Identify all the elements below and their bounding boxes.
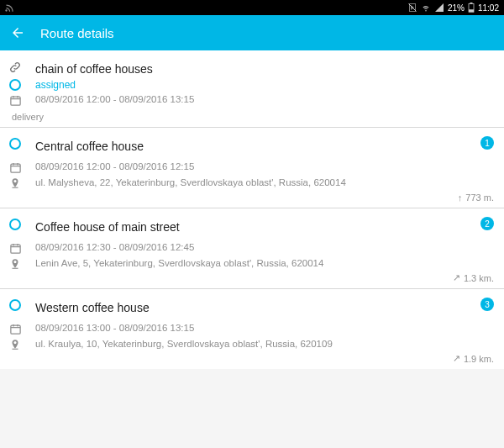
svg-point-0 — [5, 9, 7, 11]
stop-title: Central coffee house — [35, 138, 144, 153]
stop-window: 08/09/2016 12:00 - 08/09/2016 12:15 — [35, 161, 194, 171]
stop-distance: ↗ 1.3 km. — [453, 272, 494, 283]
svg-rect-10 — [13, 349, 18, 350]
stop-badge: 1 — [480, 136, 494, 150]
location-icon — [7, 258, 24, 270]
status-ring-icon — [7, 299, 24, 311]
location-icon — [7, 339, 24, 350]
page-title: Route details — [40, 26, 114, 40]
calendar-icon — [7, 161, 24, 174]
route-summary[interactable]: chain of coffee houses assigned 08/09/20… — [0, 50, 504, 128]
arrow-up-icon: ↑ — [458, 192, 463, 203]
stop-window: 08/09/2016 13:00 - 08/09/2016 13:15 — [35, 323, 194, 333]
stop-address: ul. Malysheva, 22, Yekaterinburg, Sverdl… — [35, 177, 346, 187]
calendar-icon — [7, 242, 24, 255]
svg-rect-8 — [13, 268, 18, 269]
status-ring-icon — [7, 219, 24, 230]
status-ring-icon — [7, 138, 24, 150]
gps-icon — [3, 2, 15, 13]
clock: 11:02 — [478, 3, 499, 13]
stop-address: Lenin Ave, 5, Yekaterinburg, Sverdlovska… — [35, 258, 323, 268]
battery-icon — [468, 3, 475, 13]
battery-percent: 21% — [448, 3, 465, 13]
status-ring-icon — [7, 79, 24, 91]
svg-rect-4 — [10, 97, 19, 105]
stop-distance: ↑ 773 m. — [458, 192, 494, 203]
calendar-icon — [7, 94, 24, 107]
route-window: 08/09/2016 12:00 - 08/09/2016 13:15 — [35, 94, 194, 104]
android-status-bar: 21% 11:02 — [0, 0, 504, 15]
stop-item[interactable]: 2 Coffee house of main street 08/09/2016… — [0, 208, 504, 289]
app-bar: Route details — [0, 15, 504, 50]
back-button[interactable] — [10, 25, 25, 40]
stop-title: Coffee house of main street — [35, 219, 180, 234]
stop-item[interactable]: 1 Central coffee house 08/09/2016 12:00 … — [0, 128, 504, 208]
stop-address: ul. Kraulya, 10, Yekaterinburg, Sverdlov… — [35, 339, 333, 349]
calendar-icon — [7, 323, 24, 335]
stop-badge: 3 — [480, 298, 494, 311]
stop-title: Western coffee house — [35, 299, 150, 314]
route-list: chain of coffee houses assigned 08/09/20… — [0, 50, 504, 369]
signal-icon — [434, 3, 444, 13]
arrow-upright-icon: ↗ — [453, 272, 460, 283]
arrow-upright-icon: ↗ — [453, 353, 460, 364]
nfc-icon — [407, 3, 417, 13]
location-icon — [7, 177, 24, 189]
route-status: assigned — [35, 79, 76, 91]
stop-item[interactable]: 3 Western coffee house 08/09/2016 13:00 … — [0, 289, 504, 369]
svg-rect-5 — [10, 164, 19, 172]
wifi-icon — [421, 3, 431, 13]
route-type: delivery — [7, 108, 496, 127]
svg-rect-7 — [10, 245, 19, 253]
svg-rect-9 — [10, 325, 19, 334]
svg-rect-3 — [469, 9, 474, 12]
route-name: chain of coffee houses — [35, 61, 153, 76]
stop-window: 08/09/2016 12:30 - 08/09/2016 12:45 — [35, 242, 194, 252]
svg-rect-6 — [13, 187, 18, 188]
chain-icon — [7, 61, 24, 74]
stop-badge: 2 — [480, 217, 494, 230]
stop-distance: ↗ 1.9 km. — [453, 353, 494, 364]
